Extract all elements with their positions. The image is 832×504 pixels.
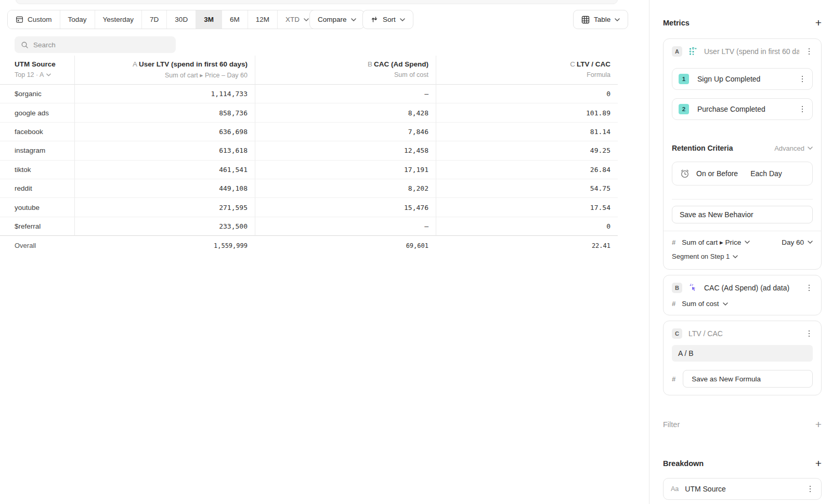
column-letter: B: [368, 60, 372, 68]
column-header-a[interactable]: AUser LTV (spend in first 60 days) Sum o…: [74, 56, 255, 85]
cell-b[interactable]: –: [255, 85, 436, 103]
cell-a[interactable]: 449,108: [74, 179, 255, 198]
range-7d-button[interactable]: 7D: [142, 10, 167, 29]
cell-b[interactable]: 15,476: [255, 198, 436, 217]
kebab-menu-icon[interactable]: [805, 330, 813, 337]
cell-b[interactable]: 7,846: [255, 123, 436, 141]
cell-a[interactable]: 233,500: [74, 217, 255, 236]
chevron-down-icon: [745, 241, 750, 244]
row-label[interactable]: facebook: [0, 123, 74, 141]
formula-value: A / B: [678, 349, 694, 357]
compare-button[interactable]: Compare: [309, 10, 365, 29]
chevron-down-icon: [808, 147, 813, 150]
step-label: Purchase Completed: [697, 105, 790, 113]
chevron-down-icon[interactable]: [46, 73, 51, 76]
row-label[interactable]: google ads: [0, 103, 74, 122]
add-filter-button[interactable]: +: [815, 419, 822, 430]
step-2-card[interactable]: 2 Purchase Completed: [672, 98, 813, 120]
number-type-icon: #: [672, 375, 675, 383]
cell-a[interactable]: 858,736: [74, 103, 255, 122]
advanced-label: Advanced: [774, 144, 804, 152]
breakdown-item-utm-source[interactable]: Aa UTM Source: [663, 478, 822, 500]
cell-c[interactable]: 17.54: [436, 198, 618, 217]
cell-b[interactable]: 8,428: [255, 103, 436, 122]
cell-c[interactable]: 81.14: [436, 123, 618, 141]
formula-input[interactable]: A / B: [672, 345, 813, 362]
row-label[interactable]: $organic: [0, 85, 74, 103]
cell-c[interactable]: 54.75: [436, 179, 618, 198]
cell-c[interactable]: 26.84: [436, 161, 618, 179]
kebab-menu-icon[interactable]: [799, 76, 806, 83]
step-1-card[interactable]: 1 Sign Up Completed: [672, 68, 813, 90]
advanced-dropdown[interactable]: Advanced: [774, 144, 813, 152]
row-label[interactable]: $referral: [0, 217, 74, 236]
sort-arrows-icon: [371, 16, 379, 23]
save-behavior-label: Save as New Behavior: [680, 210, 753, 219]
search-input[interactable]: [33, 41, 170, 49]
segment-on-step-dropdown[interactable]: Segment on Step 1: [672, 253, 813, 260]
range-12m-button[interactable]: 12M: [248, 10, 278, 29]
number-type-icon: #: [672, 238, 675, 246]
cell-a[interactable]: 271,595: [74, 198, 255, 217]
kebab-menu-icon[interactable]: [799, 106, 806, 113]
sort-button[interactable]: Sort: [362, 10, 413, 29]
range-today-button[interactable]: Today: [60, 10, 95, 29]
add-breakdown-button[interactable]: +: [815, 458, 822, 469]
kebab-menu-icon[interactable]: [805, 48, 813, 55]
cell-b[interactable]: 8,202: [255, 179, 436, 198]
metric-b-header[interactable]: B CAC (Ad Spend) (ad data): [672, 283, 813, 293]
range-yesterday-button[interactable]: Yesterday: [95, 10, 142, 29]
grid-icon: [581, 16, 590, 24]
column-subtitle: Formula: [587, 71, 610, 78]
alarm-clock-icon: [680, 168, 690, 179]
column-title: UTM Source: [15, 60, 74, 68]
row-label[interactable]: youtube: [0, 198, 74, 217]
cell-a[interactable]: 1,114,733: [74, 85, 255, 103]
cell-c[interactable]: 0: [436, 85, 618, 103]
measurement-dropdown[interactable]: Sum of cost: [682, 300, 719, 308]
cell-c[interactable]: 101.89: [436, 103, 618, 122]
metric-c-header[interactable]: C LTV / CAC: [672, 328, 813, 339]
measurement-dropdown[interactable]: Sum of cart ▸ Price: [682, 238, 741, 246]
column-header-b[interactable]: BCAC (Ad Spend) Sum of cost: [255, 56, 436, 85]
range-custom-button[interactable]: Custom: [8, 10, 60, 29]
cell-b[interactable]: 17,191: [255, 161, 436, 179]
column-letter: C: [570, 60, 575, 68]
range-3m-button[interactable]: 3M: [196, 10, 222, 29]
cell-a[interactable]: 636,698: [74, 123, 255, 141]
criteria-frequency[interactable]: Each Day: [750, 169, 782, 178]
column-title: CAC (Ad Spend): [374, 60, 428, 68]
retention-criteria-row: Retention Criteria Advanced: [672, 144, 813, 152]
criteria-operator[interactable]: On or Before: [696, 169, 738, 178]
metric-a-header[interactable]: A User LTV (spend in first 60 da...: [672, 46, 813, 57]
day-window-dropdown[interactable]: Day 60: [782, 238, 804, 246]
row-label[interactable]: reddit: [0, 179, 74, 198]
table-view-button[interactable]: Table: [573, 10, 628, 29]
scrolled-panel-edge: [16, 0, 618, 4]
metrics-title: Metrics: [663, 19, 690, 27]
kebab-menu-icon[interactable]: [805, 285, 813, 291]
step-number-badge: 2: [679, 104, 689, 114]
add-metric-button[interactable]: +: [815, 17, 822, 28]
range-30d-button[interactable]: 30D: [167, 10, 196, 29]
row-label[interactable]: instagram: [0, 141, 74, 160]
number-type-icon: #: [672, 300, 675, 308]
chevron-down-icon: [733, 255, 738, 258]
column-header-utm-source[interactable]: UTM Source Top 12 · A: [0, 56, 74, 85]
range-6m-button[interactable]: 6M: [222, 10, 248, 29]
cell-c[interactable]: 0: [436, 217, 618, 236]
column-header-c[interactable]: CLTV / CAC Formula: [436, 56, 618, 85]
query-builder-sidebar: Metrics + A User LTV (spend in first 60 …: [649, 0, 832, 504]
breakdown-section-header: Breakdown +: [663, 458, 822, 469]
cell-b[interactable]: –: [255, 217, 436, 236]
kebab-menu-icon[interactable]: [807, 486, 814, 493]
row-label[interactable]: tiktok: [0, 161, 74, 179]
filter-title: Filter: [663, 420, 680, 429]
save-as-new-formula-button[interactable]: Save as New Formula: [683, 370, 813, 388]
range-label: XTD: [285, 16, 300, 23]
save-as-new-behavior-button[interactable]: Save as New Behavior: [672, 206, 813, 223]
cell-b[interactable]: 12,458: [255, 141, 436, 160]
cell-a[interactable]: 461,541: [74, 161, 255, 179]
cell-a[interactable]: 613,618: [74, 141, 255, 160]
cell-c[interactable]: 49.25: [436, 141, 618, 160]
